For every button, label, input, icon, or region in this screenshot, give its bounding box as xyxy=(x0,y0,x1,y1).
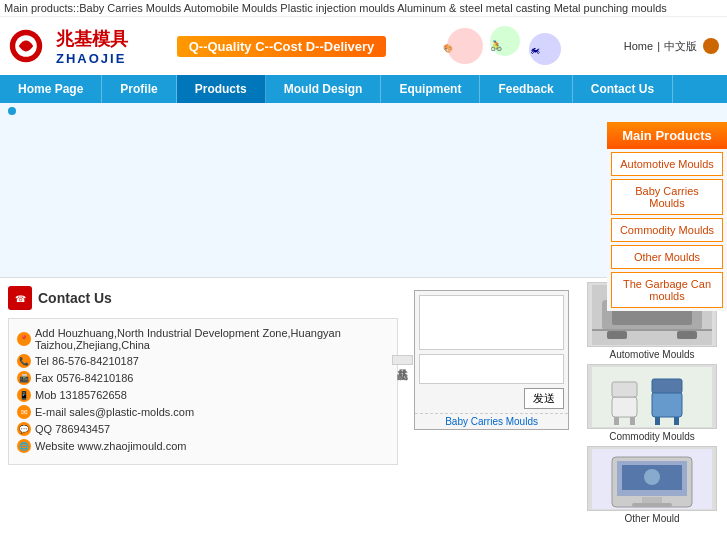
lang-link[interactable]: 中文版 xyxy=(664,39,697,54)
chat-area: 兆基品质 发送 Baby Carries Moulds xyxy=(410,284,573,436)
contact-qq: QQ 786943457 xyxy=(35,423,110,435)
quality-bar: Q--Quality C--Cost D--Delivery xyxy=(177,36,387,57)
contact-row-tel: 📞 Tel 86-576-84210187 xyxy=(17,354,389,368)
tel-icon: 📞 xyxy=(17,354,31,368)
svg-rect-20 xyxy=(630,417,635,425)
svg-text:☎: ☎ xyxy=(15,294,26,304)
svg-rect-23 xyxy=(655,417,660,425)
product-commodity[interactable]: Commodity Moulds xyxy=(581,364,723,442)
logo-area: 兆基模具 ZHAOJIE xyxy=(8,27,128,66)
sidebar-item-garbage[interactable]: The Garbage Can moulds xyxy=(611,272,723,308)
contact-tel: Tel 86-576-84210187 xyxy=(35,355,139,367)
svg-text:🚴: 🚴 xyxy=(490,39,503,52)
chat-bottom-label: Baby Carries Moulds xyxy=(415,413,568,429)
svg-rect-21 xyxy=(652,392,682,417)
product-other-img xyxy=(587,446,717,511)
products-grid: Automotive Moulds Commodit xyxy=(577,278,727,528)
logo-cn: 兆基模具 xyxy=(56,27,128,51)
product-automotive-label: Automotive Moulds xyxy=(610,349,695,360)
nav-feedback[interactable]: Feedback xyxy=(480,75,572,103)
svg-rect-28 xyxy=(642,497,662,503)
fax-icon: 📠 xyxy=(17,371,31,385)
bottom-section: ☎ Contact Us 📍 Add Houzhuang,North Indus… xyxy=(0,277,727,528)
svg-rect-29 xyxy=(632,503,672,507)
logo-text: 兆基模具 ZHAOJIE xyxy=(56,27,128,66)
qq-icon: 💬 xyxy=(17,422,31,436)
product-commodity-label: Commodity Moulds xyxy=(609,431,695,442)
svg-rect-19 xyxy=(614,417,619,425)
contact-section: ☎ Contact Us 📍 Add Houzhuang,North Indus… xyxy=(0,278,406,473)
svg-text:🏍: 🏍 xyxy=(530,44,540,55)
main-nav: Home Page Profile Products Mould Design … xyxy=(0,75,727,103)
svg-rect-24 xyxy=(674,417,679,425)
nav-mould-design[interactable]: Mould Design xyxy=(266,75,382,103)
sidebar-item-other[interactable]: Other Moulds xyxy=(611,245,723,269)
nav-equipment[interactable]: Equipment xyxy=(381,75,480,103)
contact-row-fax: 📠 Fax 0576-84210186 xyxy=(17,371,389,385)
svg-rect-17 xyxy=(612,397,637,417)
contact-icon: ☎ xyxy=(8,286,32,310)
nav-contact[interactable]: Contact Us xyxy=(573,75,673,103)
svg-rect-15 xyxy=(677,331,697,339)
home-link[interactable]: Home xyxy=(624,40,653,52)
svg-point-31 xyxy=(644,469,660,485)
nav-links: Home | 中文版 xyxy=(624,39,697,54)
chat-send-button[interactable]: 发送 xyxy=(524,388,564,409)
mascot-svg: 🎨 🚴 🏍 xyxy=(435,21,575,71)
svg-rect-14 xyxy=(607,331,627,339)
mob-icon: 📱 xyxy=(17,388,31,402)
right-sidebar: Main Products Automotive Moulds Baby Car… xyxy=(607,122,727,311)
header: 兆基模具 ZHAOJIE Q--Quality C--Cost D--Deliv… xyxy=(0,17,727,75)
logo-icon xyxy=(8,28,44,64)
email-icon: ✉ xyxy=(17,405,31,419)
chat-side-label: 兆基品质 xyxy=(392,355,413,365)
website-icon: 🌐 xyxy=(17,439,31,453)
contact-row-website: 🌐 Website www.zhaojimould.com xyxy=(17,439,389,453)
contact-website: Website www.zhaojimould.com xyxy=(35,440,186,452)
contact-row-mob: 📱 Mob 13185762658 xyxy=(17,388,389,402)
contact-row-qq: 💬 QQ 786943457 xyxy=(17,422,389,436)
product-other-label: Other Mould xyxy=(625,513,680,524)
svg-text:🎨: 🎨 xyxy=(443,43,453,53)
contact-title: Contact Us xyxy=(38,290,112,306)
commodity-svg xyxy=(592,367,712,427)
contact-mob: Mob 13185762658 xyxy=(35,389,127,401)
chat-name-input[interactable] xyxy=(419,354,564,384)
contact-email: E-mail sales@plastic-molds.com xyxy=(35,406,194,418)
nav-home[interactable]: Home Page xyxy=(0,75,102,103)
product-commodity-img xyxy=(587,364,717,429)
logo-en: ZHAOJIE xyxy=(56,51,128,66)
sidebar-item-baby[interactable]: Baby Carries Moulds xyxy=(611,179,723,215)
content-area: Main Products Automotive Moulds Baby Car… xyxy=(0,122,727,277)
marquee-text: Main products::Baby Carries Moulds Autom… xyxy=(4,2,667,14)
address-icon: 📍 xyxy=(17,332,31,346)
globe-icon xyxy=(703,38,719,54)
sidebar-main-products-label: Main Products xyxy=(607,122,727,149)
contact-box: 📍 Add Houzhuang,North Industrial Develop… xyxy=(8,318,398,465)
chat-section: 发送 Baby Carries Moulds xyxy=(414,290,569,430)
nav-profile[interactable]: Profile xyxy=(102,75,176,103)
other-svg xyxy=(592,449,712,509)
svg-rect-18 xyxy=(612,382,637,397)
contact-address: Add Houzhuang,North Industrial Developme… xyxy=(35,327,389,351)
contact-header: ☎ Contact Us xyxy=(8,286,398,310)
svg-rect-22 xyxy=(652,379,682,393)
sidebar-item-automotive[interactable]: Automotive Moulds xyxy=(611,152,723,176)
sidebar-item-commodity[interactable]: Commodity Moulds xyxy=(611,218,723,242)
chat-message-input[interactable] xyxy=(419,295,564,350)
header-right: Home | 中文版 xyxy=(624,38,719,54)
scroll-dot xyxy=(8,107,16,115)
product-other[interactable]: Other Mould xyxy=(581,446,723,524)
chat-inner: 发送 xyxy=(415,291,568,413)
scroll-indicator xyxy=(0,103,727,122)
contact-row-email: ✉ E-mail sales@plastic-molds.com xyxy=(17,405,389,419)
mascot-area: 🎨 🚴 🏍 xyxy=(435,21,575,71)
contact-fax: Fax 0576-84210186 xyxy=(35,372,133,384)
contact-row-address: 📍 Add Houzhuang,North Industrial Develop… xyxy=(17,327,389,351)
nav-products[interactable]: Products xyxy=(177,75,266,103)
marquee-bar: Main products::Baby Carries Moulds Autom… xyxy=(0,0,727,17)
